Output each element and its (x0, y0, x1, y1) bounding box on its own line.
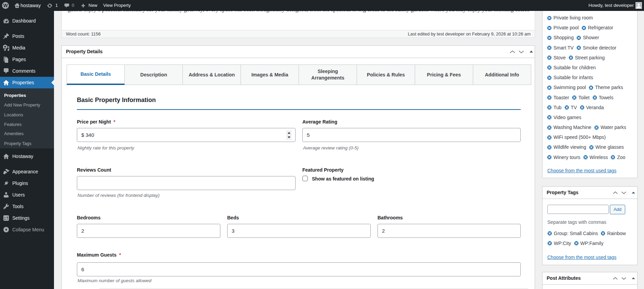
svg-text:W: W (3, 3, 8, 8)
